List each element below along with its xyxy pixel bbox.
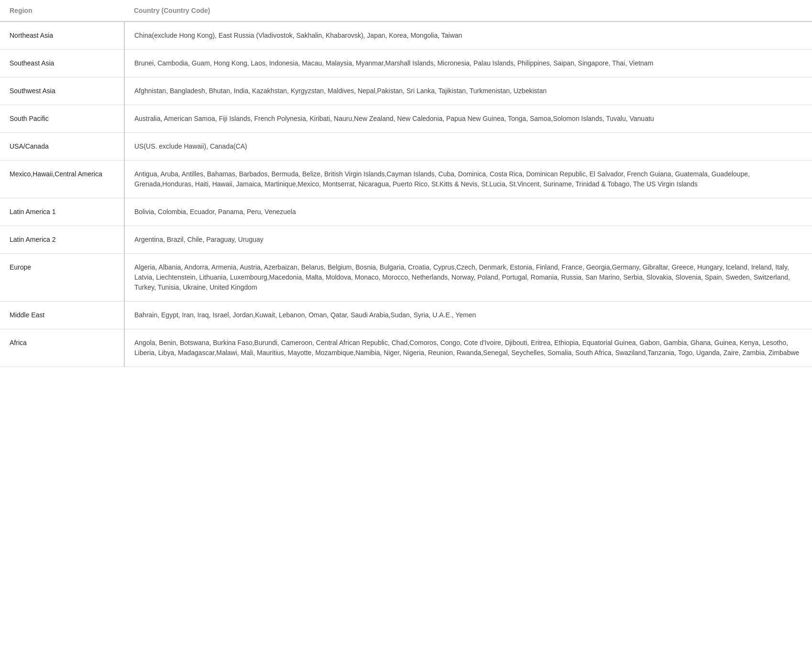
table-row: Latin America 1Bolivia, Colombia, Ecuado… <box>0 198 812 226</box>
region-cell: Northeast Asia <box>0 22 124 50</box>
countries-cell: Argentina, Brazil, Chile, Paraguay, Urug… <box>124 226 812 254</box>
region-cell: Latin America 2 <box>0 226 124 254</box>
table-row: Mexico,Hawaii,Central AmericaAntigua, Ar… <box>0 161 812 198</box>
countries-cell: Brunei, Cambodia, Guam, Hong Kong, Laos,… <box>124 50 812 77</box>
region-cell: South Pacific <box>0 105 124 133</box>
countries-cell: Bahrain, Egypt, Iran, Iraq, Israel, Jord… <box>124 302 812 329</box>
countries-cell: China(exclude Hong Kong), East Russia (V… <box>124 22 812 50</box>
countries-cell: Angola, Benin, Botswana, Burkina Faso,Bu… <box>124 329 812 367</box>
countries-cell: Antigua, Aruba, Antilles, Bahamas, Barba… <box>124 161 812 198</box>
country-column-header: Country (Country Code) <box>124 0 812 22</box>
table-row: EuropeAlgeria, Albania, Andorra, Armenia… <box>0 254 812 302</box>
region-cell: Europe <box>0 254 124 302</box>
region-country-table: Region Country (Country Code) Northeast … <box>0 0 812 367</box>
countries-cell: Bolivia, Colombia, Ecuador, Panama, Peru… <box>124 198 812 226</box>
region-cell: Mexico,Hawaii,Central America <box>0 161 124 198</box>
header-row: Region Country (Country Code) <box>0 0 812 22</box>
countries-cell: Algeria, Albania, Andorra, Armenia, Aust… <box>124 254 812 302</box>
table-row: Northeast AsiaChina(exclude Hong Kong), … <box>0 22 812 50</box>
region-cell: Africa <box>0 329 124 367</box>
countries-cell: Australia, American Samoa, Fiji Islands,… <box>124 105 812 133</box>
table-row: Latin America 2Argentina, Brazil, Chile,… <box>0 226 812 254</box>
table-row: South PacificAustralia, American Samoa, … <box>0 105 812 133</box>
region-cell: Southwest Asia <box>0 77 124 105</box>
table-header: Region Country (Country Code) <box>0 0 812 22</box>
countries-cell: US(US. exclude Hawaii), Canada(CA) <box>124 133 812 161</box>
region-cell: Latin America 1 <box>0 198 124 226</box>
table-row: AfricaAngola, Benin, Botswana, Burkina F… <box>0 329 812 367</box>
region-cell: Southeast Asia <box>0 50 124 77</box>
countries-cell: Afghnistan, Bangladesh, Bhutan, India, K… <box>124 77 812 105</box>
table-row: USA/CanadaUS(US. exclude Hawaii), Canada… <box>0 133 812 161</box>
region-cell: Middle East <box>0 302 124 329</box>
region-cell: USA/Canada <box>0 133 124 161</box>
table-row: Southwest AsiaAfghnistan, Bangladesh, Bh… <box>0 77 812 105</box>
table-row: Middle EastBahrain, Egypt, Iran, Iraq, I… <box>0 302 812 329</box>
region-column-header: Region <box>0 0 124 22</box>
region-table-container: Region Country (Country Code) Northeast … <box>0 0 812 367</box>
table-row: Southeast AsiaBrunei, Cambodia, Guam, Ho… <box>0 50 812 77</box>
table-body: Northeast AsiaChina(exclude Hong Kong), … <box>0 22 812 367</box>
